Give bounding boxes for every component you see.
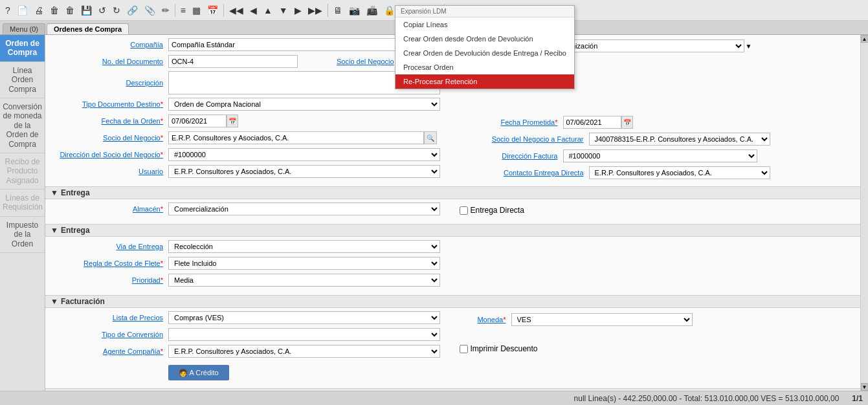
socio-negocio-ref-label[interactable]: Socio del Negocio: [337, 58, 394, 65]
ordenes-tab[interactable]: Ordenes de Compra: [47, 23, 129, 34]
a-credito-btn[interactable]: 🧑 A Crédito: [168, 365, 229, 380]
org-expand-icon[interactable]: ▼: [746, 43, 752, 50]
menu-copiar-lineas[interactable]: Copiar Líneas: [395, 17, 574, 32]
up-btn[interactable]: ▲: [261, 4, 275, 17]
screen-btn[interactable]: 🖥: [331, 4, 345, 17]
grid-btn[interactable]: ▦: [190, 4, 203, 17]
cam-btn[interactable]: 📷: [346, 4, 362, 17]
menu-header: Expansión LDM: [395, 6, 574, 17]
down-btn[interactable]: ▼: [276, 4, 291, 17]
fecha-prometida-cal-icon[interactable]: 📅: [621, 116, 633, 129]
lista-precios-select[interactable]: Compras (VES): [168, 311, 440, 324]
socio-facturar-select[interactable]: J400788315-E.R.P. Consultores y Asociado…: [589, 133, 770, 146]
almacen-select[interactable]: Comercialización: [168, 202, 440, 215]
dir-socio-label[interactable]: Dirección del Socio del Negocio: [52, 151, 168, 159]
col-compania: Compañía: [52, 38, 447, 54]
sidebar-item-orden-compra[interactable]: Orden de Compra: [0, 35, 45, 62]
print-btn[interactable]: 🖨: [32, 4, 46, 17]
usuario-label[interactable]: Usuario: [52, 168, 168, 175]
scroll-down-arrow[interactable]: ▼: [861, 383, 869, 391]
statusbar-text: null Linea(s) - 442.250,000.00 - Total: …: [574, 394, 840, 403]
entrega2-collapse-icon: ▼: [50, 226, 58, 235]
cal-btn[interactable]: 📅: [205, 4, 221, 17]
contacto-entrega-label[interactable]: Contacto Entrega Directa: [460, 169, 589, 177]
context-menu: Expansión LDM Copiar Líneas Crear Orden …: [395, 5, 575, 89]
usuario-select[interactable]: E.R.P. Consultores y Asociados, C.A.: [168, 165, 440, 178]
entrega1-section-header[interactable]: ▼ Entrega: [45, 186, 860, 199]
sidebar-item-linea-orden[interactable]: Línea Orden Compra: [0, 62, 45, 98]
list-btn[interactable]: ≡: [178, 4, 188, 17]
facturacion-section-header[interactable]: ▼ Facturación: [45, 295, 860, 308]
link-btn[interactable]: 🔗: [124, 4, 140, 17]
sep2: [223, 4, 224, 17]
via-entrega-label[interactable]: Via de Entrega: [52, 243, 168, 250]
dir-factura-label[interactable]: Dirección Factura: [460, 152, 563, 160]
facturacion-section-label: Facturación: [61, 297, 105, 306]
lista-precios-label[interactable]: Lista de Precios: [52, 314, 168, 322]
via-entrega-select[interactable]: Recolección: [168, 240, 440, 253]
tipo-doc-label[interactable]: Tipo Documento Destino: [52, 100, 168, 108]
menu-crear-orden-devolucion[interactable]: Crear Orden desde Orden de Devolución: [395, 32, 574, 46]
socio-negocio-icon-btn[interactable]: 🔍: [424, 131, 437, 144]
fecha-orden-label[interactable]: Fecha de la Orden: [52, 117, 168, 125]
sidebar-item-conversion[interactable]: Conversión de moneda de la Orden de Comp…: [0, 98, 45, 153]
sidebar-item-recibo: Recibo de Producto Asignado: [0, 153, 45, 190]
delete-btn2[interactable]: 🗑: [63, 4, 77, 17]
compania-label[interactable]: Compañía: [52, 41, 168, 49]
dir-factura-select[interactable]: #1000000: [563, 149, 757, 162]
attach-btn[interactable]: 📎: [142, 4, 158, 17]
first-btn[interactable]: ◀◀: [227, 4, 246, 17]
contacto-entrega-select[interactable]: E.R.P. Consultores y Asociados, C.A.: [589, 166, 770, 179]
entrega1-collapse-icon: ▼: [50, 188, 58, 197]
imprimir-descuento-checkbox[interactable]: [460, 345, 468, 353]
fecha-orden-input[interactable]: [168, 115, 227, 127]
socio-negocio-label[interactable]: Socio del Negocio: [52, 134, 168, 142]
moneda-label[interactable]: Moneda: [460, 316, 511, 323]
nodoc-label[interactable]: No. del Documento: [52, 58, 168, 65]
desc-label[interactable]: Descripción: [52, 79, 168, 87]
statusbar-page: 1/1: [852, 394, 863, 403]
organizacion-select[interactable]: Organización: [550, 39, 744, 52]
prioridad-label[interactable]: Prioridad: [52, 276, 168, 284]
dir-socio-select[interactable]: #1000000: [168, 148, 440, 161]
menu-reprocesar-retencion[interactable]: Re-Procesar Retención: [395, 74, 574, 89]
scroll-up-arrow[interactable]: ▲: [861, 35, 869, 43]
prev-btn[interactable]: ◀: [247, 4, 260, 17]
socio-negocio-input[interactable]: [168, 131, 424, 144]
moneda-select[interactable]: VES: [511, 313, 693, 326]
tipo-conversion-label[interactable]: Tipo de Conversión: [52, 331, 168, 338]
fax-btn[interactable]: 📠: [364, 4, 380, 17]
undo-btn[interactable]: ↺: [96, 4, 109, 17]
edit-btn[interactable]: ✏: [159, 4, 172, 17]
menu-procesar-orden[interactable]: Procesar Orden: [395, 60, 574, 74]
fecha-orden-cal-icon[interactable]: 📅: [227, 115, 238, 127]
help-btn[interactable]: ?: [3, 4, 13, 17]
nodoc-input[interactable]: [168, 55, 298, 68]
tipo-conversion-select[interactable]: [168, 328, 440, 341]
agente-compania-select[interactable]: E.R.P. Consultores y Asociados, C.A.: [168, 345, 440, 358]
agente-compania-label[interactable]: Agente Compañía: [52, 347, 168, 355]
save-btn[interactable]: 💾: [78, 4, 95, 17]
sidebar-item-impuesto[interactable]: Impuesto de la Orden: [0, 217, 45, 253]
row-usuario: Usuario E.R.P. Consultores y Asociados, …: [52, 164, 854, 181]
menu-crear-orden-devolucion-entrega[interactable]: Crear Orden de Devolución desde Entrega …: [395, 46, 574, 60]
row-socios: Socio del Negocio 🔍 Socio del Negocio a …: [52, 131, 854, 148]
menu-tab[interactable]: Menu (0): [3, 23, 45, 34]
sep1: [175, 4, 175, 17]
delete-btn1[interactable]: 🗑: [47, 4, 61, 17]
tipo-doc-select[interactable]: Orden de Compra Nacional: [168, 98, 440, 111]
fecha-prometida-label[interactable]: Fecha Prometida: [460, 118, 563, 126]
socio-facturar-label[interactable]: Socio del Negocio a Facturar: [460, 135, 589, 143]
entrega-directa-checkbox[interactable]: [460, 206, 468, 215]
almacen-label[interactable]: Almacén: [52, 205, 168, 213]
sidebar-item-lineas-req: Líneas de Requisición: [0, 190, 45, 217]
regla-costo-label[interactable]: Regla de Costo de Flete: [52, 259, 168, 267]
redo-btn[interactable]: ↻: [110, 4, 123, 17]
prioridad-select[interactable]: Media: [168, 274, 440, 287]
entrega2-section-header[interactable]: ▼ Entrega: [45, 224, 860, 237]
new-btn[interactable]: 📄: [14, 4, 30, 17]
regla-costo-select[interactable]: Flete Incluido: [168, 257, 440, 270]
fecha-prometida-input[interactable]: [563, 116, 621, 129]
next-btn[interactable]: ▶: [292, 4, 304, 17]
last-btn[interactable]: ▶▶: [306, 4, 325, 17]
